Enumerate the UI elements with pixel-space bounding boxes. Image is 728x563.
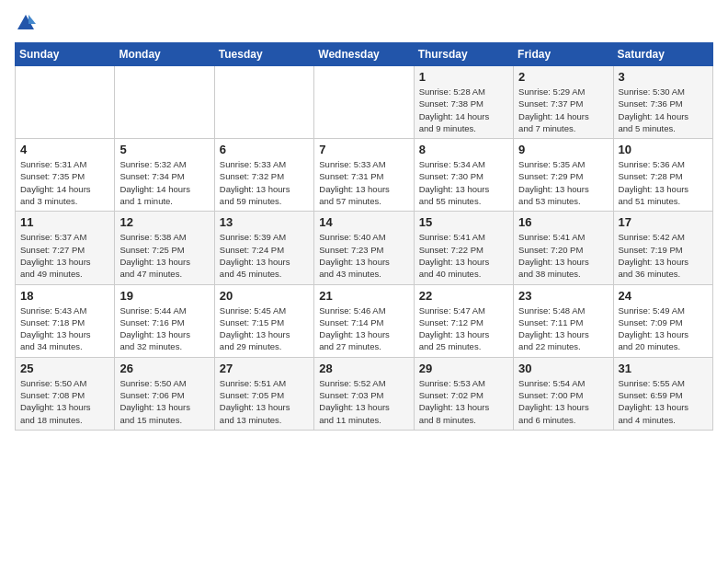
day-number: 26 <box>119 362 209 375</box>
day-cell: 31Sunrise: 5:55 AM Sunset: 6:59 PM Dayli… <box>613 357 712 430</box>
day-info: Sunrise: 5:41 AM Sunset: 7:22 PM Dayligh… <box>419 231 508 280</box>
day-cell: 23Sunrise: 5:48 AM Sunset: 7:11 PM Dayli… <box>514 284 613 357</box>
day-cell: 22Sunrise: 5:47 AM Sunset: 7:12 PM Dayli… <box>414 284 513 357</box>
day-number: 10 <box>619 143 708 156</box>
day-info: Sunrise: 5:50 AM Sunset: 7:06 PM Dayligh… <box>119 377 209 426</box>
day-number: 19 <box>119 289 209 303</box>
day-cell: 7Sunrise: 5:33 AM Sunset: 7:31 PM Daylig… <box>314 139 414 212</box>
day-cell: 29Sunrise: 5:53 AM Sunset: 7:02 PM Dayli… <box>414 357 513 430</box>
day-number: 21 <box>319 289 408 303</box>
day-info: Sunrise: 5:40 AM Sunset: 7:23 PM Dayligh… <box>319 231 408 280</box>
day-cell: 4Sunrise: 5:31 AM Sunset: 7:35 PM Daylig… <box>16 139 115 212</box>
day-info: Sunrise: 5:46 AM Sunset: 7:14 PM Dayligh… <box>319 304 408 353</box>
day-info: Sunrise: 5:39 AM Sunset: 7:24 PM Dayligh… <box>220 231 309 280</box>
day-number: 15 <box>419 215 508 229</box>
day-number: 30 <box>518 362 608 375</box>
day-info: Sunrise: 5:49 AM Sunset: 7:09 PM Dayligh… <box>619 304 708 353</box>
logo <box>15 15 36 33</box>
weekday-header-friday: Friday <box>514 43 613 66</box>
day-cell: 14Sunrise: 5:40 AM Sunset: 7:23 PM Dayli… <box>314 212 414 284</box>
calendar-table: SundayMondayTuesdayWednesdayThursdayFrid… <box>15 42 713 431</box>
day-info: Sunrise: 5:33 AM Sunset: 7:31 PM Dayligh… <box>319 158 408 207</box>
day-cell: 2Sunrise: 5:29 AM Sunset: 7:37 PM Daylig… <box>514 66 613 139</box>
day-cell: 19Sunrise: 5:44 AM Sunset: 7:16 PM Dayli… <box>115 284 214 357</box>
day-number: 2 <box>518 70 608 84</box>
day-info: Sunrise: 5:53 AM Sunset: 7:02 PM Dayligh… <box>419 377 508 426</box>
day-number: 1 <box>419 70 508 84</box>
day-info: Sunrise: 5:35 AM Sunset: 7:29 PM Dayligh… <box>518 158 608 207</box>
page: SundayMondayTuesdayWednesdayThursdayFrid… <box>0 0 728 563</box>
day-cell: 15Sunrise: 5:41 AM Sunset: 7:22 PM Dayli… <box>414 212 513 284</box>
day-info: Sunrise: 5:28 AM Sunset: 7:38 PM Dayligh… <box>419 86 508 134</box>
day-number: 18 <box>20 289 109 303</box>
day-number: 25 <box>20 362 109 375</box>
day-cell: 27Sunrise: 5:51 AM Sunset: 7:05 PM Dayli… <box>214 357 313 430</box>
day-info: Sunrise: 5:37 AM Sunset: 7:27 PM Dayligh… <box>20 231 109 280</box>
day-number: 23 <box>518 289 608 303</box>
day-number: 22 <box>419 289 508 303</box>
day-info: Sunrise: 5:32 AM Sunset: 7:34 PM Dayligh… <box>119 158 209 207</box>
weekday-header-wednesday: Wednesday <box>314 43 414 66</box>
week-row-2: 4Sunrise: 5:31 AM Sunset: 7:35 PM Daylig… <box>16 139 713 212</box>
day-number: 16 <box>518 215 608 229</box>
week-row-1: 1Sunrise: 5:28 AM Sunset: 7:38 PM Daylig… <box>16 66 713 139</box>
day-number: 6 <box>220 143 309 156</box>
day-info: Sunrise: 5:33 AM Sunset: 7:32 PM Dayligh… <box>220 158 309 207</box>
weekday-header-thursday: Thursday <box>414 43 513 66</box>
day-cell: 20Sunrise: 5:45 AM Sunset: 7:15 PM Dayli… <box>214 284 313 357</box>
day-cell: 17Sunrise: 5:42 AM Sunset: 7:19 PM Dayli… <box>613 212 712 284</box>
header <box>15 15 713 33</box>
day-number: 31 <box>619 362 708 375</box>
logo-icon <box>16 13 36 33</box>
weekday-header-tuesday: Tuesday <box>214 43 313 66</box>
week-row-3: 11Sunrise: 5:37 AM Sunset: 7:27 PM Dayli… <box>16 212 713 284</box>
day-info: Sunrise: 5:41 AM Sunset: 7:20 PM Dayligh… <box>518 231 608 280</box>
day-number: 5 <box>119 143 209 156</box>
weekday-header-saturday: Saturday <box>613 43 712 66</box>
day-number: 9 <box>518 143 608 156</box>
day-info: Sunrise: 5:36 AM Sunset: 7:28 PM Dayligh… <box>619 158 708 207</box>
day-info: Sunrise: 5:48 AM Sunset: 7:11 PM Dayligh… <box>518 304 608 353</box>
day-info: Sunrise: 5:31 AM Sunset: 7:35 PM Dayligh… <box>20 158 109 207</box>
day-cell: 9Sunrise: 5:35 AM Sunset: 7:29 PM Daylig… <box>514 139 613 212</box>
day-info: Sunrise: 5:44 AM Sunset: 7:16 PM Dayligh… <box>119 304 209 353</box>
day-cell: 18Sunrise: 5:43 AM Sunset: 7:18 PM Dayli… <box>16 284 115 357</box>
day-number: 28 <box>319 362 408 375</box>
day-number: 27 <box>220 362 309 375</box>
day-number: 11 <box>20 215 109 229</box>
day-cell: 16Sunrise: 5:41 AM Sunset: 7:20 PM Dayli… <box>514 212 613 284</box>
day-number: 13 <box>220 215 309 229</box>
day-info: Sunrise: 5:45 AM Sunset: 7:15 PM Dayligh… <box>220 304 309 353</box>
day-number: 4 <box>20 143 109 156</box>
day-info: Sunrise: 5:51 AM Sunset: 7:05 PM Dayligh… <box>220 377 309 426</box>
day-cell: 1Sunrise: 5:28 AM Sunset: 7:38 PM Daylig… <box>414 66 513 139</box>
day-cell: 10Sunrise: 5:36 AM Sunset: 7:28 PM Dayli… <box>613 139 712 212</box>
day-cell: 3Sunrise: 5:30 AM Sunset: 7:36 PM Daylig… <box>613 66 712 139</box>
day-cell: 25Sunrise: 5:50 AM Sunset: 7:08 PM Dayli… <box>16 357 115 430</box>
day-cell: 5Sunrise: 5:32 AM Sunset: 7:34 PM Daylig… <box>115 139 214 212</box>
day-info: Sunrise: 5:43 AM Sunset: 7:18 PM Dayligh… <box>20 304 109 353</box>
day-number: 8 <box>419 143 508 156</box>
day-cell <box>115 66 214 139</box>
day-info: Sunrise: 5:34 AM Sunset: 7:30 PM Dayligh… <box>419 158 508 207</box>
day-info: Sunrise: 5:54 AM Sunset: 7:00 PM Dayligh… <box>518 377 608 426</box>
day-number: 24 <box>619 289 708 303</box>
day-number: 14 <box>319 215 408 229</box>
day-info: Sunrise: 5:50 AM Sunset: 7:08 PM Dayligh… <box>20 377 109 426</box>
day-cell: 12Sunrise: 5:38 AM Sunset: 7:25 PM Dayli… <box>115 212 214 284</box>
day-cell: 8Sunrise: 5:34 AM Sunset: 7:30 PM Daylig… <box>414 139 513 212</box>
day-number: 3 <box>619 70 708 84</box>
day-cell: 21Sunrise: 5:46 AM Sunset: 7:14 PM Dayli… <box>314 284 414 357</box>
day-cell <box>314 66 414 139</box>
day-number: 29 <box>419 362 508 375</box>
day-cell: 13Sunrise: 5:39 AM Sunset: 7:24 PM Dayli… <box>214 212 313 284</box>
week-row-5: 25Sunrise: 5:50 AM Sunset: 7:08 PM Dayli… <box>16 357 713 430</box>
day-cell: 11Sunrise: 5:37 AM Sunset: 7:27 PM Dayli… <box>16 212 115 284</box>
day-number: 17 <box>619 215 708 229</box>
day-cell: 30Sunrise: 5:54 AM Sunset: 7:00 PM Dayli… <box>514 357 613 430</box>
day-cell: 6Sunrise: 5:33 AM Sunset: 7:32 PM Daylig… <box>214 139 313 212</box>
weekday-header-monday: Monday <box>115 43 214 66</box>
day-cell: 28Sunrise: 5:52 AM Sunset: 7:03 PM Dayli… <box>314 357 414 430</box>
day-number: 12 <box>119 215 209 229</box>
day-number: 20 <box>220 289 309 303</box>
